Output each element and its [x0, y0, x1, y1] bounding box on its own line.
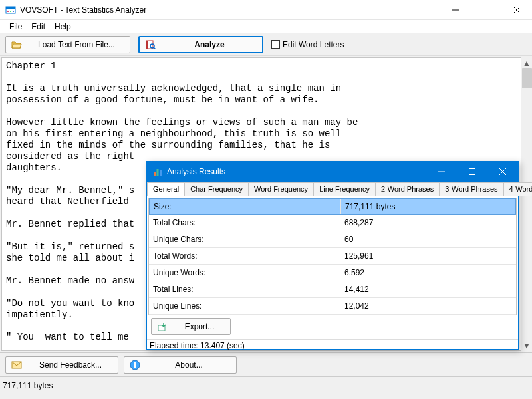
chart-icon	[152, 166, 163, 177]
checkbox-icon	[271, 40, 280, 49]
edit-word-letters-checkbox[interactable]: Edit Word Letters	[271, 40, 344, 49]
label-unique-lines: Unique Lines:	[149, 298, 340, 314]
svg-point-4	[13, 11, 14, 12]
results-titlebar[interactable]: Analysis Results	[147, 162, 518, 182]
value-size: 717,111 bytes	[341, 202, 515, 211]
analyze-label: Analyze	[162, 40, 257, 49]
row-unique-words[interactable]: Unique Words: 6,592	[149, 265, 516, 281]
menu-edit[interactable]: Edit	[27, 21, 49, 33]
scroll-thumb[interactable]	[522, 68, 532, 88]
results-title: Analysis Results	[167, 167, 225, 176]
tab-word-frequency[interactable]: Word Frequency	[248, 182, 314, 196]
analysis-results-window: Analysis Results General Char Frequency …	[146, 161, 519, 350]
analyze-button[interactable]: Analyze	[138, 36, 263, 53]
app-icon	[5, 5, 16, 15]
toolbar: Load Text From File... Analyze Edit Word…	[0, 33, 532, 56]
row-total-words[interactable]: Total Words: 125,961	[149, 248, 516, 265]
results-table: Size: 717,111 bytes Total Chars: 688,287…	[148, 198, 517, 315]
status-bar: 717,111 bytes	[0, 376, 532, 399]
value-total-words: 125,961	[340, 251, 516, 261]
svg-rect-21	[469, 169, 475, 175]
menubar: File Edit Help	[0, 20, 532, 33]
value-unique-words: 6,592	[340, 268, 516, 277]
label-total-words: Total Words:	[149, 248, 340, 264]
send-feedback-label: Send Feedback...	[29, 360, 112, 370]
tab-line-frequency[interactable]: Line Frequency	[313, 182, 376, 196]
main-titlebar: VOVSOFT - Text Statistics Analyzer	[0, 0, 532, 20]
svg-rect-17	[154, 172, 156, 176]
svg-line-12	[154, 47, 156, 49]
export-icon	[157, 321, 168, 332]
results-minimize-button[interactable]	[426, 162, 457, 182]
row-total-chars[interactable]: Total Chars: 688,287	[149, 215, 516, 231]
minimize-button[interactable]	[440, 0, 471, 20]
svg-rect-18	[157, 169, 159, 176]
value-unique-lines: 12,042	[340, 301, 516, 311]
about-label: About...	[147, 360, 231, 370]
tab-general[interactable]: General	[147, 182, 185, 196]
load-text-button[interactable]: Load Text From File...	[5, 36, 130, 53]
folder-open-icon	[11, 39, 22, 50]
bottom-bar: Send Feedback... About...	[0, 352, 532, 376]
load-text-label: Load Text From File...	[29, 40, 124, 49]
export-button[interactable]: Export...	[151, 318, 231, 335]
svg-rect-19	[160, 170, 162, 176]
tab-3word-phrases[interactable]: 3-Word Phrases	[439, 182, 503, 196]
label-total-chars: Total Chars:	[149, 215, 340, 231]
menu-help[interactable]: Help	[51, 21, 75, 33]
mail-icon	[11, 360, 22, 370]
about-button[interactable]: About...	[124, 356, 237, 374]
row-unique-lines[interactable]: Unique Lines: 12,042	[149, 298, 516, 315]
export-label: Export...	[174, 322, 225, 331]
svg-point-15	[134, 362, 136, 363]
results-maximize-button[interactable]	[457, 162, 487, 182]
scroll-down-icon[interactable]: ▼	[521, 340, 532, 351]
menu-file[interactable]: File	[5, 21, 26, 33]
svg-rect-1	[6, 7, 15, 9]
close-button[interactable]	[501, 0, 532, 20]
elapsed-time: Elapsed time: 13.407 (sec)	[147, 339, 518, 352]
label-unique-words: Unique Words:	[149, 265, 340, 281]
scroll-up-icon[interactable]: ▲	[521, 57, 532, 68]
value-unique-chars: 60	[340, 235, 516, 244]
send-feedback-button[interactable]: Send Feedback...	[5, 356, 118, 374]
book-search-icon	[145, 39, 156, 50]
vertical-scrollbar[interactable]: ▲ ▼	[521, 57, 532, 351]
row-unique-chars[interactable]: Unique Chars: 60	[149, 231, 516, 248]
tab-4word-phrases[interactable]: 4-Word Phrases	[503, 182, 532, 196]
svg-rect-6	[483, 7, 489, 13]
value-total-chars: 688,287	[340, 218, 516, 227]
edit-word-letters-label: Edit Word Letters	[283, 40, 344, 49]
label-unique-chars: Unique Chars:	[149, 231, 340, 247]
results-tabs: General Char Frequency Word Frequency Li…	[147, 182, 518, 196]
window-title: VOVSOFT - Text Statistics Analyzer	[20, 5, 146, 15]
results-close-button[interactable]	[487, 162, 518, 182]
label-total-lines: Total Lines:	[149, 281, 340, 297]
status-size: 717,111 bytes	[3, 381, 53, 390]
svg-rect-16	[134, 364, 136, 368]
svg-point-2	[7, 11, 9, 12]
row-size[interactable]: Size: 717,111 bytes	[149, 198, 516, 215]
svg-rect-10	[146, 41, 148, 49]
row-total-lines[interactable]: Total Lines: 14,412	[149, 281, 516, 298]
value-total-lines: 14,412	[340, 285, 516, 294]
maximize-button[interactable]	[471, 0, 501, 20]
svg-point-3	[10, 11, 11, 12]
label-size: Size:	[150, 199, 341, 214]
tab-char-frequency[interactable]: Char Frequency	[184, 182, 249, 196]
info-icon	[130, 360, 140, 370]
tab-2word-phrases[interactable]: 2-Word Phrases	[375, 182, 440, 196]
